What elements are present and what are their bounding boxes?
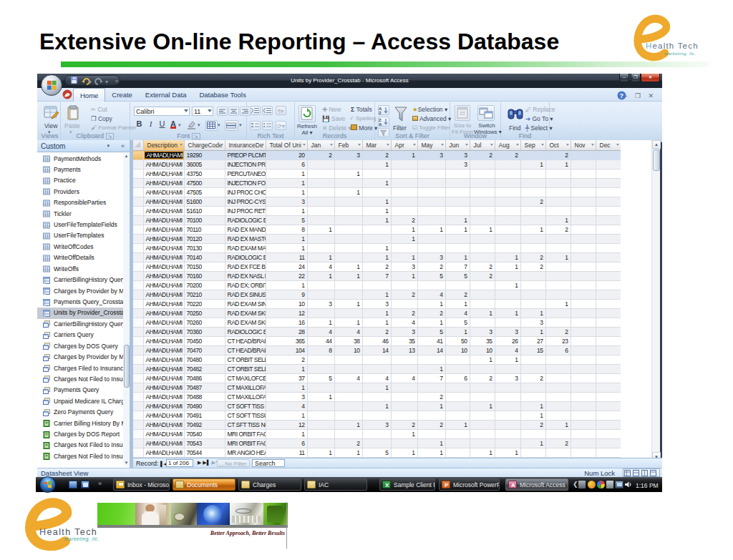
svg-text:A: A [379, 122, 382, 126]
svg-text:=: = [115, 79, 118, 84]
svg-text:marketing, llc.: marketing, llc. [664, 51, 696, 56]
svg-text:▾: ▾ [89, 79, 92, 85]
svg-text:Health Tech: Health Tech [646, 41, 699, 50]
svg-text:Z: Z [379, 111, 382, 114]
svg-text:▾: ▾ [105, 79, 108, 85]
